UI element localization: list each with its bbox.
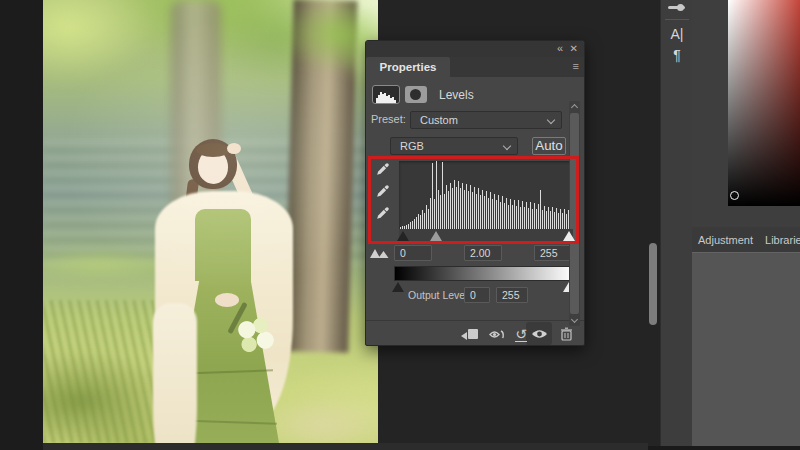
histogram-bar xyxy=(472,192,473,229)
histogram-bar xyxy=(446,185,447,229)
histogram-bar xyxy=(488,198,489,229)
character-panel-icon[interactable]: A| xyxy=(661,26,693,42)
workspace-left-strip xyxy=(0,0,43,450)
toggle-visibility-eye-icon[interactable] xyxy=(530,325,548,343)
histogram-bar xyxy=(490,192,491,229)
view-previous-state-icon[interactable] xyxy=(488,325,506,343)
histogram-bar xyxy=(442,162,443,229)
histogram-bar xyxy=(432,163,433,229)
histogram-icon xyxy=(375,90,397,103)
histogram-bar xyxy=(426,205,427,229)
histogram-bar xyxy=(524,207,525,229)
histogram-bar xyxy=(422,210,423,229)
input-white-field[interactable]: 255 xyxy=(534,245,572,261)
histogram-bar xyxy=(518,200,519,229)
collapse-panel-icon[interactable]: « xyxy=(557,42,563,54)
input-levels-row: 0 2.00 255 xyxy=(366,245,584,262)
black-point-eyedropper-icon[interactable] xyxy=(375,162,391,178)
scroll-down-icon[interactable] xyxy=(570,316,577,323)
histogram-bar xyxy=(424,213,425,229)
channel-value: RGB xyxy=(400,140,424,152)
eyedropper-column xyxy=(375,162,395,228)
properties-panel: « ✕ Properties ≡ Levels Preset: Custom xyxy=(365,40,585,346)
histogram-bar xyxy=(502,196,503,229)
dock-content-area xyxy=(692,252,800,446)
histogram-bar xyxy=(466,184,467,229)
scroll-up-icon[interactable] xyxy=(570,104,577,111)
histogram-bar xyxy=(450,183,451,229)
histogram-bar xyxy=(560,209,561,229)
histogram-bar xyxy=(514,200,515,229)
histogram-bar xyxy=(532,209,533,229)
histogram-bar xyxy=(414,219,415,229)
input-black-slider[interactable] xyxy=(397,231,409,241)
chevron-down-icon xyxy=(547,116,555,124)
panel-menu-icon[interactable]: ≡ xyxy=(573,60,579,72)
histogram-bar xyxy=(526,202,527,229)
histogram-bar xyxy=(558,213,559,229)
output-white-field[interactable]: 255 xyxy=(496,287,528,303)
output-gradient-bar xyxy=(394,266,573,281)
input-gray-slider[interactable] xyxy=(430,231,442,241)
histogram-bar xyxy=(564,209,565,229)
color-selector-ring[interactable] xyxy=(730,191,739,200)
histogram-bar xyxy=(504,203,505,229)
histogram-bar xyxy=(412,221,413,229)
auto-button[interactable]: Auto xyxy=(532,137,566,155)
histogram-bars xyxy=(399,161,573,229)
histogram-bar xyxy=(544,206,545,229)
scrollbar-thumb[interactable] xyxy=(570,113,579,314)
histogram-bar xyxy=(556,208,557,229)
panel-scrollbar[interactable] xyxy=(569,101,580,326)
delete-adjustment-icon[interactable] xyxy=(557,325,575,343)
histogram-bar xyxy=(552,207,553,229)
histogram-bar xyxy=(418,214,419,229)
gray-point-eyedropper-icon[interactable] xyxy=(375,184,391,200)
levels-adjustment-icon[interactable] xyxy=(372,85,400,104)
histogram-bar xyxy=(480,195,481,229)
histogram-bar xyxy=(536,209,537,229)
histogram-bar xyxy=(454,180,455,229)
close-panel-icon[interactable]: ✕ xyxy=(570,43,578,54)
histogram-bar xyxy=(522,201,523,229)
tab-libraries[interactable]: Libraries xyxy=(759,234,800,246)
histogram-bar xyxy=(500,202,501,229)
panel-tab-row: Properties ≡ xyxy=(366,57,584,77)
preset-row: Preset: Custom xyxy=(366,111,584,129)
output-black-field[interactable]: 0 xyxy=(464,287,490,303)
panel-footer: ↺ xyxy=(366,321,584,347)
adjustment-title: Levels xyxy=(439,88,474,102)
histogram-bar xyxy=(510,199,511,229)
workspace-bottom-strip xyxy=(43,443,648,450)
input-white-slider[interactable] xyxy=(563,231,575,241)
clip-to-layer-icon[interactable] xyxy=(461,325,479,343)
strip-divider xyxy=(665,19,689,20)
histogram-bar xyxy=(494,194,495,229)
histogram-bar xyxy=(416,217,417,229)
histogram-bar xyxy=(444,194,445,229)
channel-dropdown[interactable]: RGB xyxy=(390,137,518,155)
histogram-bar xyxy=(554,212,555,229)
tab-properties[interactable]: Properties xyxy=(366,57,450,77)
output-levels-row: Output Levels: 0 255 xyxy=(366,286,584,304)
levels-histogram[interactable] xyxy=(399,161,573,229)
histogram-bar xyxy=(464,190,465,229)
reset-icon[interactable]: ↺ xyxy=(512,325,530,343)
tab-adjustment[interactable]: Adjustment xyxy=(692,234,759,246)
white-point-eyedropper-icon[interactable] xyxy=(375,206,391,222)
paragraph-panel-icon[interactable]: ¶ xyxy=(661,47,693,63)
sliders-icon[interactable] xyxy=(668,6,685,9)
histogram-bar xyxy=(530,202,531,229)
input-gamma-field[interactable]: 2.00 xyxy=(464,245,502,261)
canvas-photo[interactable] xyxy=(43,0,378,443)
histogram-bar xyxy=(460,188,461,229)
collapsed-panel-strip: A| ¶ xyxy=(660,0,692,450)
preset-label: Preset: xyxy=(371,113,406,125)
dock-divider-handle[interactable] xyxy=(649,243,657,325)
histogram-bar xyxy=(452,188,453,229)
input-black-field[interactable]: 0 xyxy=(394,245,432,261)
layer-mask-icon[interactable] xyxy=(405,86,427,103)
preset-dropdown[interactable]: Custom xyxy=(410,111,562,129)
color-picker-field[interactable] xyxy=(728,0,800,206)
dock-tab-bar: Adjustment Libraries La xyxy=(692,227,800,252)
